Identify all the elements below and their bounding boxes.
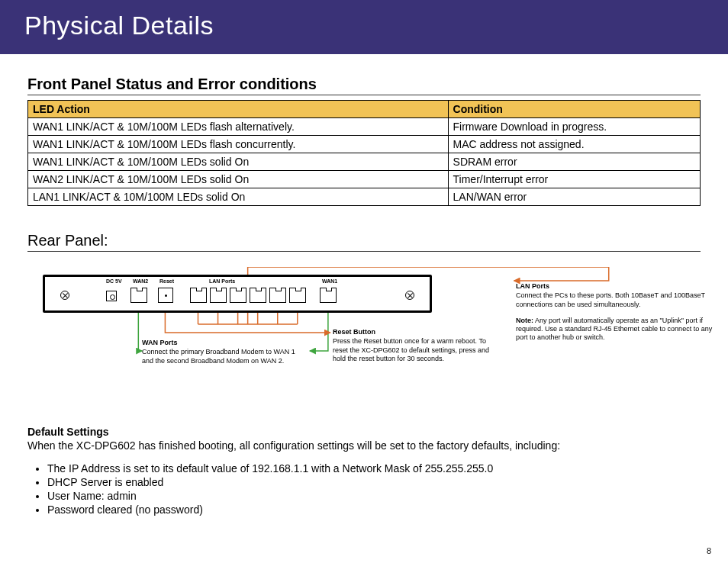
- default-settings-heading: Default Settings: [27, 426, 701, 438]
- callout-body: Press the Reset button once for a warm r…: [333, 337, 489, 362]
- rj45-port-icon: [210, 288, 227, 303]
- page-title: Physical Details: [24, 11, 214, 40]
- default-settings-list: The IP Address is set to its default val…: [47, 462, 701, 516]
- callout-title: Reset Button: [333, 328, 493, 336]
- callout-body: Connect the PCs to these ports. Both 10B…: [516, 291, 705, 307]
- list-item: The IP Address is set to its default val…: [47, 462, 701, 475]
- device-rear-panel: DC 5V WAN2 Reset LAN Ports WAN1: [43, 275, 432, 313]
- callout-title: LAN Ports: [516, 282, 714, 291]
- table-row: WAN1 LINK/ACT & 10M/100M LEDs flash alte…: [28, 118, 701, 136]
- list-item: User Name: admin: [47, 490, 701, 502]
- list-item: Password cleared (no password): [47, 503, 701, 516]
- callout-title: WAN Ports: [142, 339, 302, 347]
- table-row: WAN1 LINK/ACT & 10M/100M LEDs flash conc…: [28, 136, 701, 153]
- list-item: DHCP Server is enabled: [47, 476, 701, 488]
- rear-panel-diagram: DC 5V WAN2 Reset LAN Ports WAN1 WAN Port…: [27, 267, 701, 404]
- rj45-port-icon: [289, 288, 306, 303]
- rj45-port-icon: [190, 288, 207, 303]
- callout-body: Connect the primary Broadband Modem to W…: [142, 348, 295, 364]
- col-header-cond: Condition: [448, 101, 700, 118]
- note-label: Note:: [516, 317, 533, 324]
- col-header-led: LED Action: [28, 101, 449, 118]
- rear-panel-heading: Rear Panel:: [27, 232, 701, 252]
- rj45-port-icon: [320, 288, 337, 303]
- status-table: LED Action Condition WAN1 LINK/ACT & 10M…: [27, 100, 701, 206]
- note-body: Any port will automatically operate as a…: [516, 317, 712, 342]
- table-header-row: LED Action Condition: [28, 101, 701, 118]
- port-label-wan1: WAN1: [322, 278, 337, 284]
- rj45-port-icon: [230, 288, 246, 303]
- rj45-port-icon: [130, 288, 147, 303]
- rj45-port-icon: [250, 288, 266, 303]
- rj45-port-icon: [269, 288, 286, 303]
- table-row: LAN1 LINK/ACT & 10M/100M LEDs solid OnLA…: [28, 188, 701, 206]
- callout-reset-button: Reset Button Press the Reset button once…: [333, 328, 493, 363]
- callout-lan-ports: LAN Ports Connect the PCs to these ports…: [516, 282, 714, 343]
- screw-icon: [60, 291, 69, 300]
- page-number: 8: [707, 546, 711, 555]
- page-header: Physical Details: [0, 0, 728, 54]
- screw-icon: [405, 291, 414, 300]
- callout-wan-ports: WAN Ports Connect the primary Broadband …: [142, 339, 302, 365]
- dc-jack-icon: [106, 291, 117, 301]
- callout-note: Note: Any port will automatically operat…: [516, 317, 714, 343]
- port-label-lan: LAN Ports: [209, 278, 235, 284]
- port-label-wan2: WAN2: [133, 278, 148, 284]
- table-row: WAN2 LINK/ACT & 10M/100M LEDs solid OnTi…: [28, 171, 701, 188]
- port-label-dc: DC 5V: [106, 278, 122, 284]
- reset-hole-icon: [158, 288, 173, 303]
- table-row: WAN1 LINK/ACT & 10M/100M LEDs solid OnSD…: [28, 153, 701, 171]
- port-label-reset: Reset: [159, 278, 174, 284]
- default-settings-intro: When the XC-DPG602 has finished booting,…: [27, 439, 701, 452]
- front-panel-heading: Front Panel Status and Error conditions: [27, 76, 701, 95]
